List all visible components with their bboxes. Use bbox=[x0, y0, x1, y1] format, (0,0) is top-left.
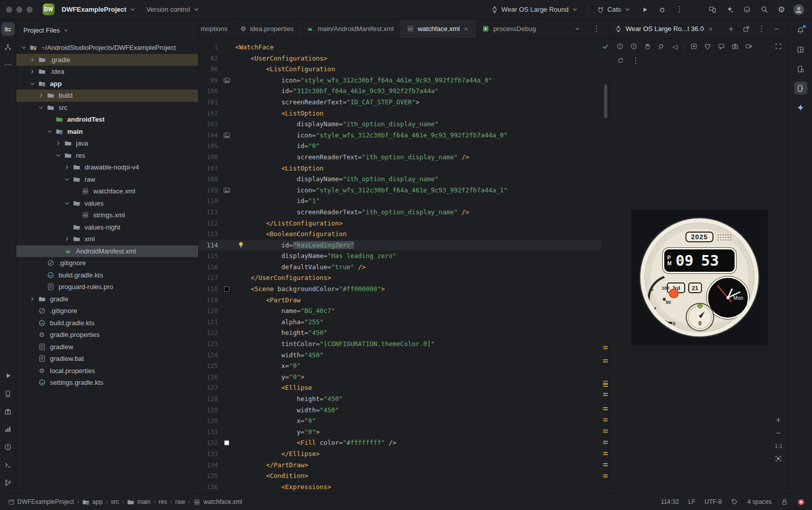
tree-item-gradlew-bat[interactable]: gradlew.bat bbox=[16, 353, 198, 365]
layout-inspector-icon[interactable] bbox=[794, 43, 807, 56]
code-line-134[interactable]: 134 </PartDraw> bbox=[199, 460, 601, 471]
code-line-110[interactable]: 110 id="1" bbox=[199, 195, 601, 207]
problems-icon[interactable] bbox=[2, 440, 15, 454]
tree-item-androidmanifest-xml[interactable]: AndroidManifest.xml bbox=[16, 245, 198, 258]
lock-icon[interactable] bbox=[781, 498, 788, 505]
code-line-126[interactable]: 126 y="0"> bbox=[199, 372, 601, 383]
code-line-133[interactable]: 133 </Ellipse> bbox=[199, 448, 601, 460]
zoom-in-icon[interactable] bbox=[775, 416, 782, 423]
device-mirror-icon[interactable] bbox=[705, 3, 719, 17]
more-vertical-icon[interactable]: ⋮ bbox=[755, 22, 768, 36]
code-editor[interactable]: 1<WatchFace62 <UserConfigurations>96 <Li… bbox=[199, 39, 609, 493]
hide-panel-icon[interactable] bbox=[770, 22, 783, 36]
watchface-preview[interactable]: 2025 P M 09 53 Jul 21 Mon bbox=[640, 218, 759, 336]
code-line-112[interactable]: 112 </ListConfiguration> bbox=[199, 218, 601, 229]
button-1-icon[interactable]: 1 bbox=[614, 40, 626, 52]
tab-moptions[interactable]: moptions bbox=[199, 19, 234, 38]
tree-item-gradle[interactable]: .gradle bbox=[16, 54, 198, 66]
code-line-99[interactable]: 99 icon="style_wfs_312c30bf_f64a_461e_9c… bbox=[199, 75, 601, 86]
code-line-136[interactable]: 136 <Expressions> bbox=[199, 481, 601, 493]
warning-stripe-mark[interactable] bbox=[603, 393, 608, 396]
palm-icon[interactable] bbox=[641, 40, 654, 52]
code-line-96[interactable]: 96 <ListConfiguration bbox=[199, 64, 601, 75]
code-line-116[interactable]: 116 defaultValue="true" /> bbox=[199, 262, 601, 273]
image-icon[interactable] bbox=[220, 75, 233, 86]
tab-watchface-xml[interactable]: </>watchface.xml bbox=[400, 19, 476, 38]
heart-rate-icon[interactable] bbox=[701, 40, 714, 52]
code-line-123[interactable]: 123 tintColor="[CONFIGURATION.themeColor… bbox=[199, 338, 601, 350]
device-explorer-icon[interactable] bbox=[794, 62, 807, 75]
close-icon[interactable] bbox=[708, 26, 714, 32]
version-control-icon[interactable] bbox=[2, 476, 15, 489]
device-selector[interactable]: Wear OS Large Round bbox=[488, 4, 581, 15]
tree-item-gradle[interactable]: gradle bbox=[16, 293, 198, 305]
tree-item-xml[interactable]: xml bbox=[16, 233, 198, 245]
gemini-icon[interactable] bbox=[794, 101, 807, 114]
zoom-level[interactable]: 1:1 bbox=[775, 443, 782, 449]
breadcrumb-item[interactable]: raw bbox=[174, 498, 186, 505]
tree-item-settings-gradle-kts[interactable]: settings.gradle.kts bbox=[16, 377, 198, 389]
chevron-down-icon[interactable] bbox=[19, 44, 28, 51]
code-line-1[interactable]: 1<WatchFace bbox=[199, 42, 601, 53]
tree-item-build-gradle-kts[interactable]: build.gradle.kts bbox=[16, 317, 198, 329]
run-config-selector[interactable]: Cats bbox=[594, 4, 634, 15]
error-indicator-icon[interactable] bbox=[797, 498, 805, 506]
warning-stripe-mark[interactable] bbox=[603, 430, 608, 433]
more-vertical-icon[interactable]: ⋮ bbox=[629, 54, 642, 67]
search-icon[interactable] bbox=[757, 3, 771, 17]
image-icon[interactable] bbox=[220, 130, 233, 141]
breadcrumb-item[interactable]: app bbox=[81, 498, 103, 506]
code-line-135[interactable]: 135 <Condition> bbox=[199, 470, 601, 481]
ai-assistant-icon[interactable] bbox=[722, 3, 737, 17]
code-line-107[interactable]: 107 <ListOption bbox=[199, 163, 601, 174]
tab-idea-properties[interactable]: ⚙idea.properties bbox=[234, 19, 301, 38]
code-line-102[interactable]: 102 <ListOption bbox=[199, 108, 601, 119]
warning-stripe-mark[interactable] bbox=[603, 463, 608, 466]
tree-item-watchface-xml[interactable]: </>watchface.xml bbox=[16, 185, 198, 197]
code-line-125[interactable]: 125 x="0" bbox=[199, 360, 601, 372]
lightbulb-icon[interactable] bbox=[237, 241, 245, 248]
code-line-119[interactable]: 119 <PartDraw bbox=[199, 295, 601, 306]
code-line-131[interactable]: 131 y="0"> bbox=[199, 427, 601, 438]
tree-item-res[interactable]: res bbox=[16, 150, 198, 162]
message-icon[interactable] bbox=[715, 40, 727, 52]
tilt-icon[interactable] bbox=[655, 40, 667, 52]
device-tab[interactable]: Wear OS Large Ro...I 36.0 bbox=[615, 25, 714, 33]
screenshot-icon[interactable] bbox=[688, 40, 700, 52]
vcs-selector[interactable]: Version control bbox=[143, 4, 203, 15]
code-line-108[interactable]: 108 displayName="ith_option_display_name… bbox=[199, 174, 601, 185]
tree-item-proguard-rules-pro[interactable]: proguard-rules.pro bbox=[16, 281, 198, 293]
add-tab-icon[interactable] bbox=[724, 22, 738, 36]
chevron-right-icon[interactable] bbox=[28, 68, 37, 75]
tree-item-main[interactable]: main bbox=[16, 126, 198, 138]
minimize-window-button[interactable] bbox=[16, 7, 22, 13]
tree-item-build-gradle-kts[interactable]: build.gradle.kts bbox=[16, 269, 198, 281]
code-line-113[interactable]: 113 <BooleanConfiguration bbox=[199, 229, 601, 240]
code-line-118[interactable]: 118 <Scene backgroundColor="#ff000000"> bbox=[199, 284, 601, 295]
chevron-right-icon[interactable] bbox=[54, 140, 63, 147]
running-devices-icon[interactable] bbox=[794, 81, 807, 95]
tree-item-drawable-nodpi-v4[interactable]: drawable-nodpi-v4 bbox=[16, 161, 198, 174]
chevron-down-icon[interactable] bbox=[63, 176, 71, 183]
settings-icon[interactable]: ⚙ bbox=[774, 3, 789, 17]
warning-stripe-mark[interactable] bbox=[603, 474, 608, 477]
swatch-white-icon[interactable] bbox=[220, 437, 233, 448]
warning-stripe-mark[interactable] bbox=[603, 418, 608, 421]
code-line-115[interactable]: 115 displayName="Has leading zero" bbox=[199, 250, 601, 262]
chevron-down-icon[interactable] bbox=[45, 128, 54, 135]
close-window-button[interactable] bbox=[6, 7, 12, 13]
tree-item-app[interactable]: app bbox=[16, 78, 198, 90]
code-line-111[interactable]: 111 screenReaderText="ith_option_display… bbox=[199, 207, 601, 218]
tree-item-src[interactable]: src bbox=[16, 102, 198, 114]
code-line-109[interactable]: 109 icon="style_wfs_312c30bf_f64a_461e_9… bbox=[199, 185, 601, 196]
project-view-selector[interactable]: Project Files bbox=[16, 19, 198, 41]
line-separator[interactable]: LF bbox=[688, 498, 695, 505]
swatch-black-icon[interactable] bbox=[220, 284, 233, 295]
open-in-window-icon[interactable] bbox=[740, 22, 753, 36]
reset-icon[interactable] bbox=[614, 54, 627, 67]
code-line-103[interactable]: 103 displayName="ith_option_display_name… bbox=[199, 119, 601, 130]
gradle-sync-icon[interactable] bbox=[740, 3, 754, 17]
code-line-128[interactable]: 128 height="450" bbox=[199, 393, 601, 405]
tree-item-gitignore[interactable]: .gitignore bbox=[16, 257, 198, 269]
chevron-right-icon[interactable] bbox=[63, 236, 71, 242]
